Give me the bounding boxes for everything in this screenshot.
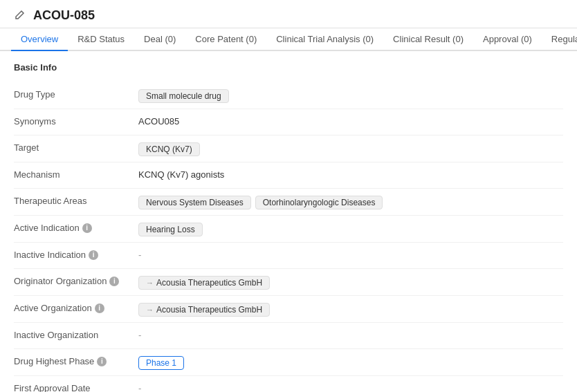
field-tag[interactable]: KCNQ (Kv7)	[138, 142, 200, 156]
field-tag[interactable]: Small molecule drug	[138, 89, 229, 103]
tab-regulation[interactable]: Regulation (0)	[542, 28, 577, 51]
org-arrow-icon: →	[146, 306, 154, 314]
org-tag[interactable]: → Acousia Therapeutics GmbH	[138, 276, 270, 290]
field-tag[interactable]: Nervous System Diseases	[138, 196, 251, 209]
field-dash: -	[138, 383, 141, 392]
field-value: -	[138, 328, 563, 340]
tab-deal[interactable]: Deal (0)	[134, 28, 185, 51]
tab-approval[interactable]: Approval (0)	[473, 28, 542, 51]
tab-clinical-result[interactable]: Clinical Result (0)	[383, 28, 473, 51]
field-label: Drug Highest Phasei	[14, 355, 138, 366]
page-header: ACOU-085	[0, 0, 577, 28]
org-arrow-icon: →	[146, 279, 154, 287]
field-value: -	[138, 248, 563, 260]
field-value: -	[138, 382, 563, 392]
field-value: Phase 1	[138, 355, 563, 370]
help-icon[interactable]: i	[95, 304, 104, 313]
field-dash: -	[138, 250, 141, 260]
field-value: ACOU085	[138, 115, 563, 127]
help-icon[interactable]: i	[97, 357, 107, 366]
field-label: Target	[14, 141, 138, 153]
content-area: Basic Info Drug TypeSmall molecule drugS…	[0, 51, 577, 392]
field-label: Synonyms	[14, 115, 138, 127]
field-tag[interactable]: Hearing Loss	[138, 223, 203, 236]
field-label: Drug Type	[14, 88, 138, 100]
field-value: → Acousia Therapeutics GmbH	[138, 301, 563, 317]
tab-clinical-trial[interactable]: Clinical Trial Analysis (0)	[266, 28, 383, 51]
info-row: Active Organizationi→ Acousia Therapeuti…	[14, 296, 563, 323]
info-row: Therapeutic AreasNervous System Diseases…	[14, 189, 563, 216]
info-row: Inactive Organization-	[14, 323, 563, 349]
info-row: Drug Highest PhaseiPhase 1	[14, 349, 563, 376]
tab-overview[interactable]: Overview	[11, 28, 68, 51]
info-row: Inactive Indicationi-	[14, 243, 563, 269]
info-row: TargetKCNQ (Kv7)	[14, 136, 563, 162]
page-title: ACOU-085	[33, 8, 95, 23]
fields-container: Drug TypeSmall molecule drugSynonymsACOU…	[14, 82, 563, 392]
field-label: First Approval Date	[14, 382, 138, 392]
info-row: SynonymsACOU085	[14, 109, 563, 136]
field-text: KCNQ (Kv7) agonists	[138, 169, 224, 180]
help-icon[interactable]: i	[89, 250, 98, 260]
field-label: Mechanism	[14, 168, 138, 180]
edit-icon[interactable]	[11, 7, 28, 24]
info-row: First Approval Date-	[14, 376, 563, 392]
phase-tag[interactable]: Phase 1	[138, 356, 184, 370]
tabs-bar: OverviewR&D StatusDeal (0)Core Patent (0…	[0, 28, 577, 51]
field-label: Therapeutic Areas	[14, 194, 138, 206]
section-title: Basic Info	[14, 62, 563, 73]
org-tag[interactable]: → Acousia Therapeutics GmbH	[138, 303, 270, 317]
info-row: Active IndicationiHearing Loss	[14, 216, 563, 243]
field-value: KCNQ (Kv7) agonists	[138, 168, 563, 180]
help-icon[interactable]: i	[82, 223, 92, 233]
field-value: Small molecule drug	[138, 88, 563, 103]
field-tag[interactable]: Otorhinolaryngologic Diseases	[255, 196, 383, 209]
field-value: Hearing Loss	[138, 221, 563, 236]
help-icon[interactable]: i	[109, 277, 119, 286]
field-value: → Acousia Therapeutics GmbH	[138, 274, 563, 290]
tab-rd-status[interactable]: R&D Status	[68, 28, 134, 51]
field-label: Active Indicationi	[14, 221, 138, 233]
field-text: ACOU085	[138, 116, 179, 127]
field-dash: -	[138, 330, 141, 340]
info-row: Drug TypeSmall molecule drug	[14, 82, 563, 109]
info-row: Originator Organizationi→ Acousia Therap…	[14, 269, 563, 296]
tab-core-patent[interactable]: Core Patent (0)	[185, 28, 266, 51]
field-value: Nervous System DiseasesOtorhinolaryngolo…	[138, 194, 563, 209]
field-label: Inactive Organization	[14, 328, 138, 340]
info-row: MechanismKCNQ (Kv7) agonists	[14, 162, 563, 189]
field-value: KCNQ (Kv7)	[138, 141, 563, 156]
field-label: Active Organizationi	[14, 301, 138, 313]
field-label: Originator Organizationi	[14, 274, 138, 286]
field-label: Inactive Indicationi	[14, 248, 138, 260]
